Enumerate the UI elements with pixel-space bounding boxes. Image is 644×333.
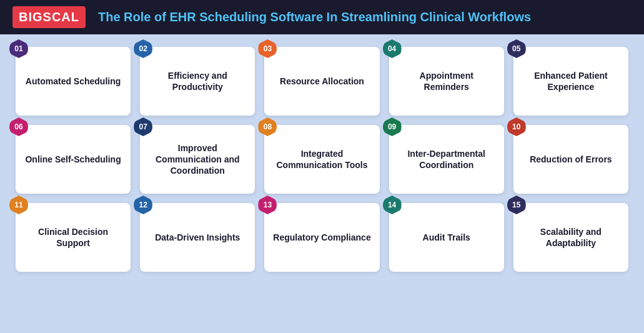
card-item: 13Regulatory Compliance (264, 203, 379, 272)
card-label: Automated Scheduling (26, 76, 121, 87)
card-item: 03Resource Allocation (264, 47, 379, 116)
content-area: 01Automated Scheduling02Efficiency and P… (0, 34, 644, 284)
card-item: 15Scalability and Adaptability (513, 203, 628, 272)
card-item: 12Data-Driven Insights (140, 203, 255, 272)
card-item: 14Audit Trails (389, 203, 504, 272)
card-label: Regulatory Compliance (273, 232, 370, 243)
card-label: Scalability and Adaptability (521, 226, 621, 249)
card-item: 05Enhanced Patient Experience (513, 47, 628, 116)
card-label: Resource Allocation (280, 76, 364, 87)
card-badge: 06 (9, 117, 28, 136)
logo: BIGSCAL (12, 6, 86, 28)
card-label: Reduction of Errors (530, 154, 612, 165)
card-badge: 07 (134, 117, 152, 136)
title-highlight: Software In Streamlining Clinical Workfl… (270, 10, 531, 24)
card-label: Online Self-Scheduling (25, 154, 121, 165)
card-label: Data-Driven Insights (155, 232, 240, 243)
card-badge: 09 (383, 117, 402, 136)
page-title: The Role of EHR Scheduling Software In S… (98, 10, 531, 24)
card-badge: 13 (258, 196, 277, 214)
card-badge: 12 (134, 196, 152, 214)
card-label: Enhanced Patient Experience (521, 70, 621, 92)
card-badge: 05 (507, 39, 526, 58)
header: BIGSCAL The Role of EHR Scheduling Softw… (0, 0, 644, 34)
card-item: 01Automated Scheduling (16, 47, 131, 116)
card-item: 09Inter-Departmental Coordination (389, 125, 504, 194)
card-item: 08Integrated Communication Tools (264, 125, 379, 194)
card-label: Clinical Decision Support (23, 226, 123, 249)
card-item: 04Appointment Reminders (389, 47, 504, 116)
card-badge: 02 (134, 39, 152, 58)
card-badge: 01 (9, 39, 28, 58)
card-item: 11Clinical Decision Support (16, 203, 131, 272)
card-label: Efficiency and Productivity (147, 70, 247, 92)
card-badge: 11 (9, 196, 28, 214)
logo-text: BIGSCAL (19, 10, 79, 24)
card-label: Inter-Departmental Coordination (397, 148, 497, 171)
card-item: 07Improved Communication and Coordinatio… (140, 125, 255, 194)
card-badge: 15 (507, 196, 526, 214)
card-item: 02Efficiency and Productivity (140, 47, 255, 116)
card-label: Integrated Communication Tools (272, 148, 372, 171)
card-badge: 08 (258, 117, 277, 136)
cards-grid: 01Automated Scheduling02Efficiency and P… (16, 47, 628, 272)
card-badge: 03 (258, 39, 277, 58)
card-badge: 14 (383, 196, 402, 214)
card-item: 10Reduction of Errors (513, 125, 628, 194)
card-badge: 10 (507, 117, 526, 136)
card-badge: 04 (383, 39, 402, 58)
card-label: Audit Trails (423, 232, 470, 243)
card-item: 06Online Self-Scheduling (16, 125, 131, 194)
card-label: Appointment Reminders (397, 70, 497, 92)
title-static: The Role of EHR Scheduling (98, 10, 270, 24)
card-label: Improved Communication and Coordination (147, 142, 247, 177)
